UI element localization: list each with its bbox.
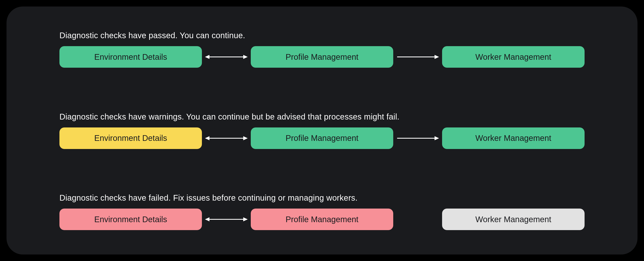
node-environment-details: Environment Details: [60, 127, 202, 149]
state-flow: Environment Details Profile Management: [60, 127, 584, 149]
node-label: Environment Details: [94, 134, 167, 143]
node-label: Profile Management: [286, 52, 358, 62]
node-profile-management: Profile Management: [251, 46, 393, 68]
state-row-warnings: Diagnostic checks have warnings. You can…: [60, 112, 584, 149]
svg-marker-4: [434, 55, 439, 59]
node-worker-management: Worker Management: [442, 46, 584, 68]
node-worker-management: Worker Management: [442, 127, 584, 149]
state-label: Diagnostic checks have passed. You can c…: [60, 31, 584, 40]
node-label: Profile Management: [286, 215, 358, 224]
state-flow: Environment Details Profile Management W…: [60, 209, 584, 230]
state-row-passed: Diagnostic checks have passed. You can c…: [60, 31, 584, 68]
state-label: Diagnostic checks have warnings. You can…: [60, 112, 584, 121]
node-label: Environment Details: [94, 52, 167, 62]
svg-marker-6: [205, 136, 210, 140]
svg-marker-2: [243, 55, 248, 59]
node-profile-management: Profile Management: [251, 127, 393, 149]
svg-marker-12: [243, 217, 248, 221]
svg-marker-1: [205, 55, 210, 59]
node-label: Worker Management: [476, 134, 552, 143]
node-label: Worker Management: [476, 52, 552, 62]
svg-marker-7: [243, 136, 248, 140]
state-label: Diagnostic checks have failed. Fix issue…: [60, 193, 584, 203]
right-arrow-icon: [393, 128, 442, 148]
connector-empty: [393, 209, 442, 230]
node-label: Environment Details: [94, 215, 167, 224]
double-arrow-icon: [202, 47, 251, 67]
node-environment-details: Environment Details: [60, 46, 202, 68]
node-worker-management: Worker Management: [442, 209, 584, 230]
node-label: Worker Management: [476, 215, 552, 224]
node-label: Profile Management: [286, 134, 358, 143]
double-arrow-icon: [202, 128, 251, 148]
svg-marker-9: [434, 136, 439, 140]
right-arrow-icon: [393, 47, 442, 67]
node-profile-management: Profile Management: [251, 209, 393, 230]
svg-marker-11: [205, 217, 210, 221]
state-flow: Environment Details Profile Management: [60, 46, 584, 68]
double-arrow-icon: [202, 209, 251, 230]
diagnostic-states-panel: Diagnostic checks have passed. You can c…: [6, 6, 638, 255]
node-environment-details: Environment Details: [60, 209, 202, 230]
state-row-failed: Diagnostic checks have failed. Fix issue…: [60, 193, 584, 230]
